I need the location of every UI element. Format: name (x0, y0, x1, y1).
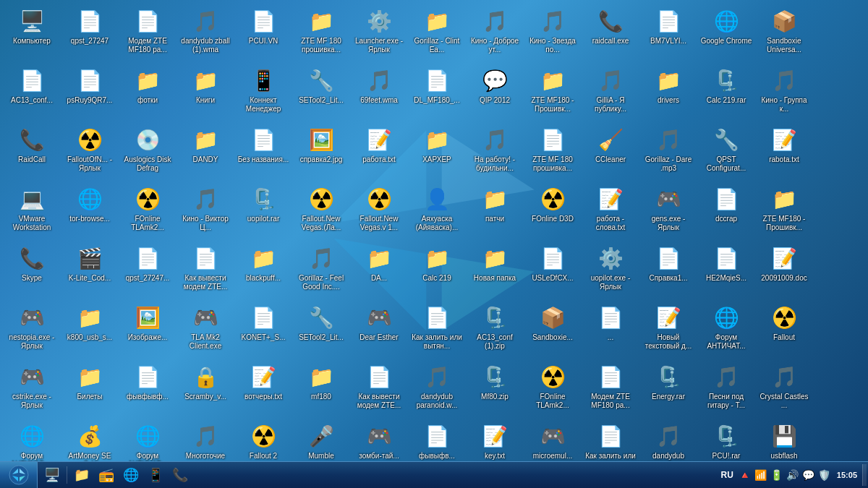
tray-battery[interactable]: 🔋 (769, 468, 784, 482)
desktop-icon-72[interactable]: 🖼️Изображе... (119, 300, 176, 358)
desktop-icon-106[interactable]: 📝key.txt (467, 419, 523, 461)
desktop-icon-29[interactable]: ☢️FalloutOfN... - Ярлык (61, 122, 118, 180)
desktop-icon-50[interactable]: 📁патчи (467, 181, 523, 239)
taskbar-folder[interactable]: 📁 (70, 464, 93, 486)
desktop-icon-92[interactable]: 🗜️Mf80.zip (467, 359, 523, 417)
desktop-icon-30[interactable]: 💿Auslogics Disk Defrag (119, 122, 176, 180)
desktop-icon-8[interactable]: 🎵Кино - Доброе ут... (467, 4, 523, 61)
show-desktop-button[interactable] (862, 464, 867, 486)
desktop-icon-86[interactable]: 📄фывфывф... (119, 359, 176, 417)
desktop-icon-33[interactable]: 🖼️справка2.jpg (293, 122, 349, 180)
desktop-icon-73[interactable]: 🎮TLA Mk2 Client.exe (177, 300, 234, 358)
desktop-icon-13[interactable]: 📦Sandboxie Universa... (756, 4, 812, 61)
desktop-icon-4[interactable]: 📄PCUI.VN (235, 4, 292, 61)
desktop-icon-41[interactable]: 📝rabota.txt (756, 122, 812, 180)
desktop-icon-34[interactable]: 📝работа.txt (351, 122, 407, 180)
desktop-icon-39[interactable]: 🎵Gorillaz - Dare .mp3 (640, 122, 697, 180)
desktop-icon-24[interactable]: 🎵GilliA - Я публику... (582, 63, 639, 121)
desktop-icon-96[interactable]: 🎵Песни под гитару - Т... (698, 359, 754, 417)
system-clock[interactable]: 15:05 (833, 462, 861, 488)
desktop-icon-20[interactable]: 🎵69feet.wma (351, 63, 407, 121)
desktop-icon-77[interactable]: 📄Как залить или вытян... (409, 300, 465, 358)
desktop-icon-42[interactable]: 💻VMware Workstation (4, 181, 60, 239)
desktop-icon-63[interactable]: 📁Calc 219 (409, 241, 465, 299)
desktop-icon-80[interactable]: 📄... (582, 300, 639, 358)
desktop-icon-65[interactable]: 📄USLeDfCX... (524, 241, 581, 299)
desktop-icon-59[interactable]: 📄Как вывести модем ZTE... (177, 241, 234, 299)
desktop-icon-68[interactable]: 📄HE2MqieS... (698, 241, 754, 299)
desktop-icon-103[interactable]: 🎤Mumble (293, 419, 349, 461)
desktop-icon-28[interactable]: 📞RaidCall (4, 122, 60, 180)
desktop-icon-109[interactable]: 🎵dandydub razmatazz... (640, 419, 697, 461)
desktop-icon-71[interactable]: 📁k800_usb_s... (61, 300, 118, 358)
desktop-icon-79[interactable]: 📦Sandboxie... (524, 300, 581, 358)
desktop-icon-67[interactable]: 📄Справка1... (640, 241, 697, 299)
desktop-icon-70[interactable]: 🎮nestopia.exe - Ярлык (4, 300, 60, 358)
taskbar-mobile[interactable]: 📱 (144, 464, 167, 486)
desktop-icon-107[interactable]: 🎮microemul... (524, 419, 581, 461)
desktop-icon-18[interactable]: 📱Коннект Менеджер (235, 63, 292, 121)
desktop-icon-31[interactable]: 📁DANDY (177, 122, 234, 180)
start-button[interactable] (0, 462, 38, 489)
desktop-icon-1[interactable]: 📄qpst_27247 (61, 4, 118, 61)
desktop-icon-97[interactable]: 🎵Crystal Castles ... (756, 359, 812, 417)
desktop-icon-38[interactable]: 🧹CCleaner (582, 122, 639, 180)
desktop-icon-2[interactable]: 📄Модем ZTE MF180 ра... (119, 4, 176, 61)
desktop-icon-105[interactable]: 📄фывыфв... (409, 419, 465, 461)
desktop-icon-10[interactable]: 📞raidcall.exe (582, 4, 639, 61)
desktop-icon-7[interactable]: 📁Gorillaz - Clint Ea... (409, 4, 465, 61)
desktop-icon-75[interactable]: 🔧SETool2_Lit... (293, 300, 349, 358)
desktop-icon-102[interactable]: ☢️Fallout 2 (235, 419, 292, 461)
desktop-icon-69[interactable]: 📝20091009.doc (756, 241, 812, 299)
desktop-icon-36[interactable]: 🎵На работу! - будильни... (467, 122, 523, 180)
desktop-icon-85[interactable]: 📁Билеты (61, 359, 118, 417)
desktop-icon-40[interactable]: 🔧QPST Configurat... (698, 122, 754, 180)
desktop-icon-81[interactable]: 📝Новый текстовый д... (640, 300, 697, 358)
taskbar-media-player[interactable]: 📻 (95, 464, 118, 486)
desktop-icon-9[interactable]: 🎵Кино - Звезда по... (524, 4, 581, 61)
tray-network[interactable]: 🔺 (737, 468, 752, 482)
taskbar-chrome[interactable]: 🌐 (119, 464, 142, 486)
taskbar-skype[interactable]: 📞 (169, 464, 192, 486)
desktop-icon-54[interactable]: 📄dccrap (698, 181, 754, 239)
desktop-icon-87[interactable]: 🔒Scramby_v... (177, 359, 234, 417)
desktop-icon-22[interactable]: 💬QIP 2012 (467, 63, 523, 121)
desktop-icon-21[interactable]: 📄DL_MF180_... (409, 63, 465, 121)
desktop-icon-100[interactable]: 🌐Форум АНТИЧАТ... (119, 419, 176, 461)
desktop-icon-5[interactable]: 📁ZTE MF 180 прошивка... (293, 4, 349, 61)
desktop-icon-48[interactable]: ☢️Fallout.New Vegas.v 1... (351, 181, 407, 239)
desktop-icon-74[interactable]: 📄KONET+_S... (235, 300, 292, 358)
desktop-icon-108[interactable]: 📄Как залить или встян... (582, 419, 639, 461)
desktop-icon-51[interactable]: ☢️FOnline D3D (524, 181, 581, 239)
desktop-icon-64[interactable]: 📁Новая папка (467, 241, 523, 299)
desktop-icon-49[interactable]: 👤Аяхуаска (Айяваска)... (409, 181, 465, 239)
desktop-icon-89[interactable]: 📁mf180 (293, 359, 349, 417)
desktop-icon-66[interactable]: ⚙️uopilot.exe - Ярлык (582, 241, 639, 299)
taskbar-show-desktop[interactable]: 🖥️ (41, 464, 64, 486)
desktop-icon-17[interactable]: 📁Книги (177, 63, 234, 121)
tray-volume[interactable]: 🔊 (785, 468, 800, 482)
desktop-icon-56[interactable]: 📞Skype (4, 241, 60, 299)
desktop-icon-55[interactable]: 📁ZTE MF180 - Прошивк... (756, 181, 812, 239)
desktop-icon-53[interactable]: 🎮gens.exe - Ярлык (640, 181, 697, 239)
tray-wifi[interactable]: 📶 (753, 468, 768, 482)
desktop-icon-11[interactable]: 📄BM7VLYI... (640, 4, 697, 61)
desktop-icon-23[interactable]: 📁ZTE MF180 - Прошивк... (524, 63, 581, 121)
language-indicator[interactable]: RU (718, 470, 736, 480)
desktop-icon-43[interactable]: 🌐tor-browse... (61, 181, 118, 239)
desktop-icon-58[interactable]: 📄qpst_27247... (119, 241, 176, 299)
desktop-icon-84[interactable]: 🎮cstrike.exe - Ярлык (4, 359, 60, 417)
desktop-icon-52[interactable]: 📝работа - слова.txt (582, 181, 639, 239)
desktop-icon-0[interactable]: 🖥️Компьютер (4, 4, 60, 61)
desktop-icon-60[interactable]: 📁blackpuff... (235, 241, 292, 299)
desktop-icon-76[interactable]: 🎮Dear Esther (351, 300, 407, 358)
desktop-icon-3[interactable]: 🎵dandydub zball (1).wma (177, 4, 234, 61)
desktop-icon-95[interactable]: 🗜️Energy.rar (640, 359, 697, 417)
desktop-icon-45[interactable]: 🎵Кино - Виктор Ц... (177, 181, 234, 239)
desktop-icon-12[interactable]: 🌐Google Chrome (698, 4, 754, 61)
tray-shield[interactable]: 🛡️ (817, 468, 832, 482)
desktop-icon-27[interactable]: 🎵Кино - Группа к... (756, 63, 812, 121)
desktop-icon-98[interactable]: 🌐Форум АНТИЧАТ ... (4, 419, 60, 461)
desktop-icon-16[interactable]: 📁фотки (119, 63, 176, 121)
desktop-icon-111[interactable]: 💾usbflash (756, 419, 812, 461)
